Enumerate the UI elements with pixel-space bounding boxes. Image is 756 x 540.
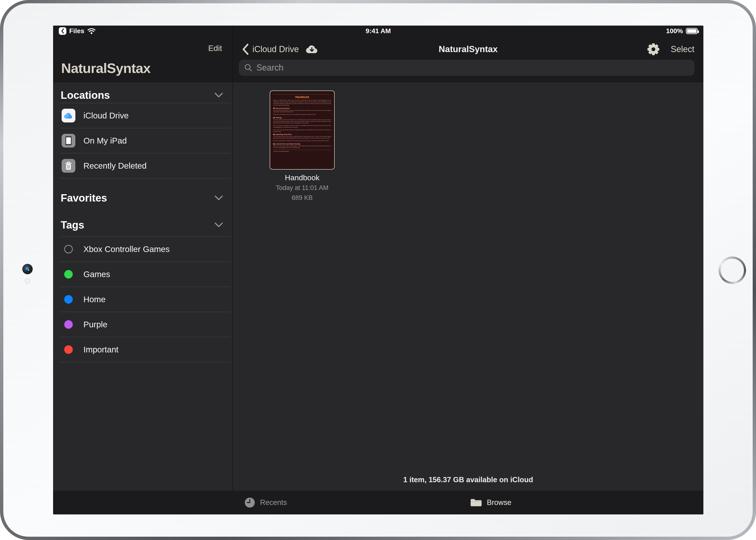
thumbnail-paragraph: While you're reading your book, you can …	[273, 145, 331, 149]
search-bar[interactable]	[239, 60, 694, 76]
file-name: Handbook	[270, 173, 335, 182]
file-browser: Handbook Welcome to Natural Syntax, with…	[233, 82, 703, 491]
tab-recents[interactable]: Recents	[153, 491, 378, 514]
thumbnail-paragraph: You can import your own ePub files into …	[273, 136, 331, 139]
sidebar-tag-purple[interactable]: Purple	[53, 312, 233, 337]
thumbnail-paragraph: At the top left of the file browser, you…	[273, 110, 331, 113]
front-camera-icon	[22, 264, 33, 274]
gear-icon	[652, 43, 655, 55]
search-input[interactable]	[257, 63, 689, 73]
back-to-app-icon	[59, 27, 66, 35]
file-modified-date: Today at 11:01 AM	[270, 184, 335, 192]
thumbnail-paragraph: Pro tip: a number of people like to setu…	[273, 125, 331, 128]
tag-label: Important	[84, 345, 118, 354]
section-header-favorites[interactable]: Favorites	[53, 191, 233, 205]
section-header-tags[interactable]: Tags	[53, 217, 233, 232]
file-size: 689 KB	[270, 194, 335, 202]
sidebar-item-recently-deleted[interactable]: Recently Deleted	[53, 154, 233, 178]
back-button-label: iCloud Drive	[253, 44, 299, 54]
folder-icon	[470, 498, 482, 507]
clock-time: 9:41 AM	[366, 27, 391, 35]
cloud-download-icon	[305, 44, 319, 55]
thumbnail-paragraph: Please Note: The Discovery Service is on…	[273, 114, 331, 116]
thumbnail-heading: Importing ePub Files	[273, 134, 331, 135]
battery-percent: 100%	[666, 27, 683, 35]
search-icon	[244, 64, 253, 72]
icloud-download-button[interactable]	[305, 44, 319, 55]
tab-browse[interactable]: Browse	[378, 491, 603, 514]
sidebar-item-on-my-ipad[interactable]: On My iPad	[53, 128, 233, 153]
tab-bar: Recents Browse	[53, 491, 703, 514]
sidebar-tag-games[interactable]: Games	[53, 262, 233, 287]
sidebar-tag-home[interactable]: Home	[53, 287, 233, 312]
status-bar: Files 9:41 AM 100%	[53, 26, 703, 37]
navigation-bar: iCloud Drive NaturalSyntax Select	[233, 39, 703, 59]
sidebar-tag-important[interactable]: Important	[53, 337, 233, 362]
settings-icon	[273, 117, 275, 118]
chevron-left-icon	[242, 43, 249, 55]
import-icon	[273, 134, 275, 135]
section-header-locations[interactable]: Locations	[53, 88, 233, 103]
tag-label: Games	[84, 270, 110, 279]
sidebar-tag-xbox-controller-games[interactable]: Xbox Controller Games	[53, 237, 233, 261]
battery-icon	[686, 28, 698, 34]
thumbnail-rule	[273, 150, 331, 150]
back-to-app-label: Files	[69, 27, 85, 35]
lexical-overlay-icon	[273, 143, 275, 145]
thumbnail-footer: Thanks for using Natural Syntax!	[273, 151, 331, 152]
settings-button[interactable]	[648, 43, 659, 55]
tag-label: Home	[84, 295, 105, 304]
tag-circle-icon	[64, 295, 73, 304]
chevron-down-icon	[215, 222, 223, 228]
thumbnail-paragraph: At the top right of both the file browse…	[273, 119, 331, 124]
edit-button[interactable]: Edit	[53, 44, 233, 53]
file-item-handbook[interactable]: Handbook Welcome to Natural Syntax, with…	[270, 90, 335, 202]
ambient-light-sensor	[25, 278, 30, 284]
thumbnail-title: Handbook	[273, 95, 331, 99]
select-button[interactable]: Select	[671, 44, 694, 54]
sidebar-item-label: Recently Deleted	[84, 161, 147, 171]
chevron-down-icon	[215, 196, 223, 201]
tag-circle-icon	[64, 345, 73, 354]
back-button[interactable]: iCloud Drive	[242, 43, 299, 55]
chevron-down-icon	[215, 93, 223, 98]
trash-icon	[62, 159, 75, 173]
thumbnail-paragraph: Pro tip: if you only have your ePub file…	[273, 140, 331, 142]
divider	[60, 362, 231, 362]
sidebar-item-icloud-drive[interactable]: iCloud Drive	[53, 103, 233, 128]
locations-title: Locations	[61, 89, 110, 101]
back-to-app-breadcrumb[interactable]: Files	[59, 27, 96, 35]
tag-label: Xbox Controller Games	[84, 244, 170, 254]
home-button[interactable]	[718, 256, 746, 284]
tag-circle-icon	[64, 320, 73, 329]
folder-title: NaturalSyntax	[439, 44, 498, 54]
wifi-icon	[87, 28, 96, 34]
tag-circle-icon	[64, 245, 73, 253]
clock-icon	[244, 497, 255, 508]
tag-label: Purple	[84, 320, 107, 329]
header-band: Files 9:41 AM 100% Edit	[53, 26, 703, 82]
thumbnail-heading: Settings	[273, 117, 331, 118]
thumbnail-paragraph: Note: some of the customization options …	[273, 129, 331, 133]
tags-title: Tags	[61, 219, 84, 231]
icloud-drive-icon	[62, 109, 75, 122]
ipad-icon	[62, 134, 75, 148]
app-title: NaturalSyntax	[61, 60, 150, 76]
favorites-title: Favorites	[61, 192, 107, 204]
thumbnail-paragraph: Welcome to Natural Syntax, within it you…	[273, 100, 331, 106]
divider	[60, 178, 231, 179]
thumbnail-heading: Discovery Service	[273, 107, 331, 109]
sidebar-item-label: On My iPad	[84, 136, 127, 145]
screen: Files 9:41 AM 100% Edit	[53, 26, 703, 514]
discovery-service-icon	[273, 107, 275, 109]
sidebar-item-label: iCloud Drive	[84, 111, 129, 120]
sidebar: Locations iCloud Drive	[53, 82, 233, 491]
file-thumbnail: Handbook Welcome to Natural Syntax, with…	[270, 90, 335, 170]
tag-circle-icon	[64, 270, 73, 279]
thumbnail-rule	[273, 94, 331, 94]
tab-browse-label: Browse	[487, 498, 511, 507]
thumbnail-heading: Lexical Color and Style Overlay	[273, 143, 331, 145]
ipad-frame: Files 9:41 AM 100% Edit	[0, 0, 756, 540]
storage-status: 1 item, 156.37 GB available on iCloud	[233, 475, 703, 484]
tab-recents-label: Recents	[260, 498, 287, 507]
